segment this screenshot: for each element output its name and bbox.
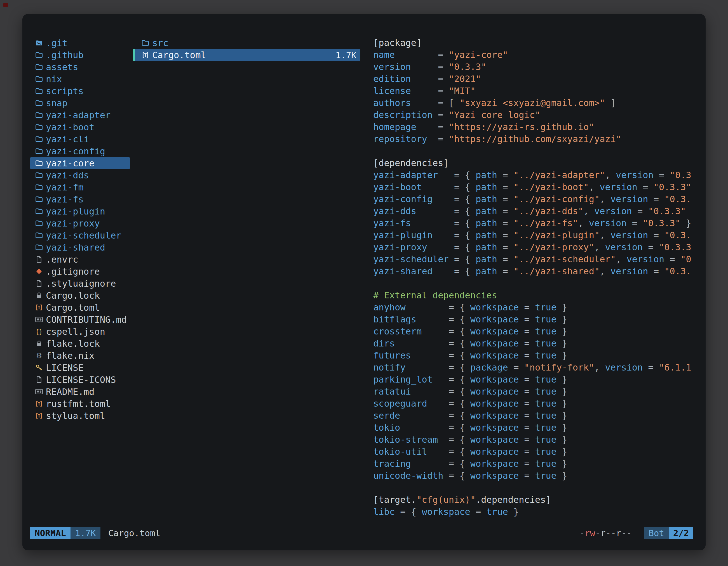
current-pane: srcCargo.toml1.7K <box>133 37 360 525</box>
list-item[interactable]: .github <box>30 49 130 61</box>
file-size-chip: 1.7K <box>71 527 100 539</box>
folder-icon <box>34 50 44 60</box>
list-item[interactable]: yazi-scheduler <box>30 229 130 241</box>
list-item[interactable]: yazi-proxy <box>30 217 130 229</box>
folder-icon <box>34 195 44 204</box>
item-label: yazi-dds <box>46 170 89 181</box>
preview-line: yazi-fs = { path = "../yazi-fs", version… <box>373 217 706 229</box>
list-item[interactable]: Cargo.toml <box>30 301 130 313</box>
preview-line: libc = { workspace = true } <box>373 506 706 518</box>
item-label: rustfmt.toml <box>46 398 111 409</box>
scroll-position-label: Bot <box>644 527 669 539</box>
preview-line: description = "Yazi core logic" <box>373 109 706 121</box>
preview-line: yazi-plugin = { path = "../yazi-plugin",… <box>373 229 706 241</box>
folder-icon <box>34 159 44 168</box>
list-item[interactable]: .envrc <box>30 254 130 266</box>
list-item[interactable]: yazi-cli <box>30 133 130 145</box>
list-item[interactable]: yazi-config <box>30 145 130 157</box>
list-item[interactable]: rustfmt.toml <box>30 398 130 410</box>
item-label: stylua.toml <box>46 410 105 421</box>
list-item[interactable]: nix <box>30 73 130 85</box>
item-label: yazi-cli <box>46 134 89 145</box>
item-label: yazi-shared <box>46 242 105 253</box>
preview-line: ratatui = { workspace = true } <box>373 386 706 398</box>
toml-icon <box>34 399 44 408</box>
list-item[interactable]: assets <box>30 61 130 73</box>
list-item[interactable]: src <box>133 37 360 49</box>
yazi-main: .git.githubassetsnixscriptssnapyazi-adap… <box>30 37 706 525</box>
list-item[interactable]: yazi-fm <box>30 181 130 193</box>
item-label: yazi-plugin <box>46 206 105 217</box>
folder-icon <box>34 243 44 252</box>
list-item[interactable]: yazi-fs <box>30 193 130 205</box>
status-bar-right: -rw-r--r-- Bot 2/2 <box>579 527 693 539</box>
file-icon <box>34 279 44 288</box>
list-item[interactable]: README.md <box>30 386 130 398</box>
item-label: .github <box>46 50 84 60</box>
preview-line: tokio = { workspace = true } <box>373 422 706 434</box>
item-label: .styluaignore <box>46 278 116 289</box>
list-item[interactable]: yazi-dds <box>30 169 130 181</box>
list-item[interactable]: .styluaignore <box>30 278 130 289</box>
preview-line: futures = { workspace = true } <box>373 349 706 361</box>
list-item[interactable]: yazi-plugin <box>30 205 130 217</box>
folder-icon <box>34 207 44 216</box>
list-item[interactable]: ⚙flake.nix <box>30 349 130 361</box>
list-item[interactable]: scripts <box>30 85 130 97</box>
list-item[interactable]: snap <box>30 97 130 109</box>
folder-icon <box>34 147 44 156</box>
list-item[interactable]: yazi-adapter <box>30 109 130 121</box>
preview-line: anyhow = { workspace = true } <box>373 301 706 313</box>
preview-line: homepage = "https://yazi-rs.github.io" <box>373 121 706 133</box>
preview-line <box>373 145 706 157</box>
item-label: yazi-config <box>46 146 105 157</box>
item-label: yazi-proxy <box>46 218 100 229</box>
list-item[interactable]: .gitignore <box>30 266 130 278</box>
preview-line: authors = [ "sxyazi <sxyazi@gmail.com>" … <box>373 97 706 109</box>
list-item[interactable]: Cargo.lock <box>30 289 130 301</box>
list-item[interactable]: flake.lock <box>30 337 130 349</box>
item-label: yazi-core <box>46 158 94 169</box>
list-item[interactable]: .git <box>30 37 130 49</box>
markdown-icon <box>34 387 44 396</box>
list-item[interactable]: CONTRIBUTING.md <box>30 313 130 325</box>
perm-dash: - <box>595 528 600 538</box>
preview-line: yazi-scheduler = { path = "../yazi-sched… <box>373 254 706 266</box>
preview-line: yazi-boot = { path = "../yazi-boot", ver… <box>373 181 706 193</box>
preview-line: serde = { workspace = true } <box>373 410 706 422</box>
gear-icon: ⚙ <box>34 351 44 360</box>
item-label: README.md <box>46 386 94 397</box>
folder-icon <box>34 111 44 120</box>
toml-icon <box>34 303 44 312</box>
list-item[interactable]: Cargo.toml1.7K <box>133 49 360 61</box>
item-label: snap <box>46 98 67 109</box>
parent-pane: .git.githubassetsnixscriptssnapyazi-adap… <box>30 37 130 525</box>
folder-icon <box>34 123 44 132</box>
folder-icon <box>34 171 44 180</box>
permissions-text: -rw-r--r-- <box>579 528 632 538</box>
folder-icon <box>140 38 150 48</box>
preview-line: yazi-shared = { path = "../yazi-shared",… <box>373 266 706 278</box>
item-label: yazi-fs <box>46 194 84 205</box>
list-item[interactable]: {}cspell.json <box>30 325 130 337</box>
folder-icon <box>34 135 44 144</box>
list-item[interactable]: LICENSE <box>30 361 130 373</box>
cursor-marker <box>133 49 135 61</box>
list-item[interactable]: LICENSE-ICONS <box>30 373 130 386</box>
list-item[interactable]: yazi-shared <box>30 241 130 254</box>
item-label: nix <box>46 74 62 85</box>
preview-line <box>373 278 706 289</box>
item-label: CONTRIBUTING.md <box>46 314 127 325</box>
item-label: assets <box>46 62 78 72</box>
list-item[interactable]: stylua.toml <box>30 410 130 422</box>
preview-line: yazi-dds = { path = "../yazi-dds", versi… <box>373 205 706 217</box>
list-item[interactable]: yazi-boot <box>30 121 130 133</box>
folder-icon <box>34 231 44 240</box>
folder-icon <box>34 183 44 192</box>
folder-icon <box>34 86 44 96</box>
item-label: yazi-adapter <box>46 110 111 121</box>
preview-line: scopeguard = { workspace = true } <box>373 398 706 410</box>
preview-line: tracing = { workspace = true } <box>373 458 706 470</box>
preview-line: parking_lot = { workspace = true } <box>373 373 706 386</box>
list-item[interactable]: yazi-core <box>30 157 130 169</box>
